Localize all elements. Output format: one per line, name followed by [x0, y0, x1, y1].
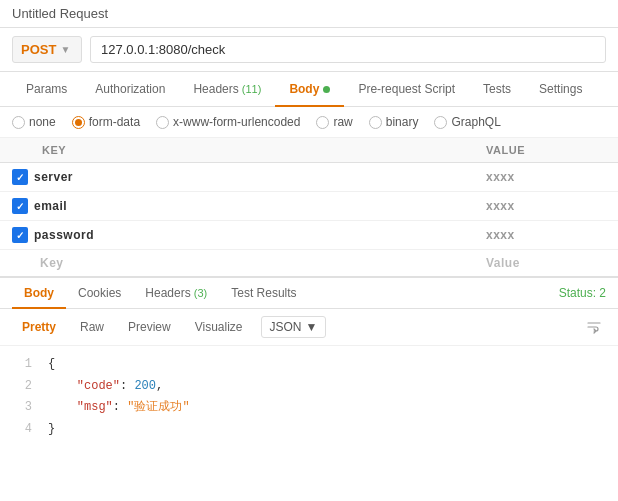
key-col-header: KEY [42, 144, 486, 156]
table-row: email xxxx [0, 192, 618, 221]
url-input[interactable] [90, 36, 606, 63]
line-num-3: 3 [12, 397, 32, 419]
code-content-3: "msg": "验证成功" [48, 397, 190, 419]
line-num-2: 2 [12, 376, 32, 398]
code-line-4: 4 } [12, 419, 606, 441]
tab-headers[interactable]: Headers (11) [179, 72, 275, 106]
row2-checkbox[interactable] [12, 198, 28, 214]
status-text: Status: 2 [559, 286, 606, 300]
row3-checkbox[interactable] [12, 227, 28, 243]
resp-tab-cookies[interactable]: Cookies [66, 278, 133, 308]
line-num-4: 4 [12, 419, 32, 441]
wrap-icon[interactable] [582, 315, 606, 339]
radio-urlencoded-circle [156, 116, 169, 129]
placeholder-value[interactable]: Value [486, 256, 606, 270]
tab-body[interactable]: Body [275, 72, 344, 106]
row2-key[interactable]: email [34, 199, 486, 213]
params-table: KEY VALUE server xxxx email xxxx passwor… [0, 138, 618, 277]
line-num-1: 1 [12, 354, 32, 376]
row1-checkbox[interactable] [12, 169, 28, 185]
format-row: Pretty Raw Preview Visualize JSON ▼ [0, 309, 618, 346]
row3-value[interactable]: xxxx [486, 228, 606, 242]
radio-raw-circle [316, 116, 329, 129]
body-type-row: none form-data x-www-form-urlencoded raw… [0, 107, 618, 138]
radio-binary[interactable]: binary [369, 115, 419, 129]
url-row: POST ▼ [0, 28, 618, 72]
tab-tests[interactable]: Tests [469, 72, 525, 106]
table-row: password xxxx [0, 221, 618, 250]
fmt-tab-raw[interactable]: Raw [70, 316, 114, 338]
code-line-1: 1 { [12, 354, 606, 376]
radio-none-circle [12, 116, 25, 129]
tab-settings[interactable]: Settings [525, 72, 596, 106]
radio-graphql-circle [434, 116, 447, 129]
tab-authorization[interactable]: Authorization [81, 72, 179, 106]
tab-pre-request[interactable]: Pre-request Script [344, 72, 469, 106]
radio-raw[interactable]: raw [316, 115, 352, 129]
row3-key[interactable]: password [34, 228, 486, 242]
code-line-2: 2 "code": 200, [12, 376, 606, 398]
radio-urlencoded[interactable]: x-www-form-urlencoded [156, 115, 300, 129]
resp-tab-body[interactable]: Body [12, 278, 66, 308]
table-header: KEY VALUE [0, 138, 618, 163]
resp-tab-test-results[interactable]: Test Results [219, 278, 308, 308]
page-title: Untitled Request [12, 6, 108, 21]
resp-tab-headers[interactable]: Headers (3) [133, 278, 219, 308]
response-section: Body Cookies Headers (3) Test Results St… [0, 277, 618, 448]
tab-params[interactable]: Params [12, 72, 81, 106]
method-chevron: ▼ [60, 44, 70, 55]
fmt-tab-preview[interactable]: Preview [118, 316, 181, 338]
json-format-select[interactable]: JSON ▼ [261, 316, 327, 338]
method-label: POST [21, 42, 56, 57]
code-content-2: "code": 200, [48, 376, 163, 398]
fmt-tab-pretty[interactable]: Pretty [12, 316, 66, 338]
value-col-header: VALUE [486, 144, 606, 156]
fmt-tab-visualize[interactable]: Visualize [185, 316, 253, 338]
response-tabs-row: Body Cookies Headers (3) Test Results St… [0, 278, 618, 309]
code-area: 1 { 2 "code": 200, 3 "msg": "验证成功" 4 } [0, 346, 618, 448]
placeholder-key[interactable]: Key [40, 256, 486, 270]
code-content-1: { [48, 354, 55, 376]
radio-binary-circle [369, 116, 382, 129]
radio-form-data[interactable]: form-data [72, 115, 140, 129]
table-row: server xxxx [0, 163, 618, 192]
row2-value[interactable]: xxxx [486, 199, 606, 213]
code-line-3: 3 "msg": "验证成功" [12, 397, 606, 419]
title-bar: Untitled Request [0, 0, 618, 28]
check-col-header [12, 144, 42, 156]
body-dot [323, 86, 330, 93]
row1-key[interactable]: server [34, 170, 486, 184]
request-tabs: Params Authorization Headers (11) Body P… [0, 72, 618, 107]
table-placeholder-row: Key Value [0, 250, 618, 276]
radio-form-data-circle [72, 116, 85, 129]
json-chevron-icon: ▼ [306, 320, 318, 334]
row1-value[interactable]: xxxx [486, 170, 606, 184]
method-select[interactable]: POST ▼ [12, 36, 82, 63]
radio-graphql[interactable]: GraphQL [434, 115, 500, 129]
radio-none[interactable]: none [12, 115, 56, 129]
code-content-4: } [48, 419, 55, 441]
